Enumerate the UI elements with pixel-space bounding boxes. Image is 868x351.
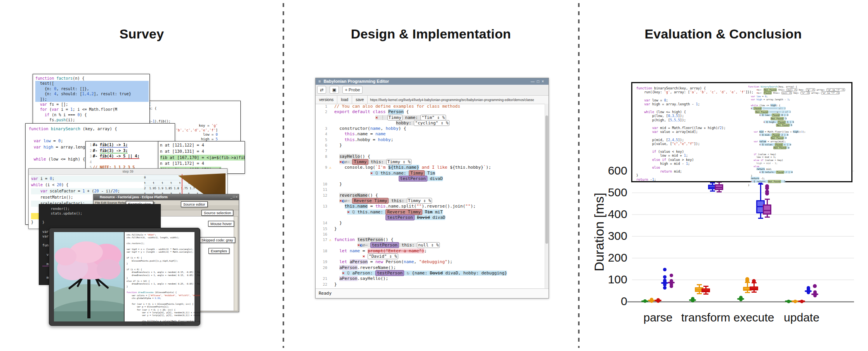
code-token: + (	[85, 189, 94, 193]
code-line: 20 aPerson.reverseName();	[316, 265, 545, 271]
code-line: 8 sayHello() {	[316, 154, 545, 159]
median-dash-green	[689, 299, 696, 301]
tab-load[interactable]: load	[337, 96, 352, 104]
code-line: 1#+ fib(1) -> 1;	[87, 142, 139, 148]
median-dash-red	[654, 300, 661, 301]
code-token: );	[470, 204, 476, 209]
code-token: Reverse Timmy	[385, 209, 422, 215]
code-token: hobby:	[396, 120, 414, 126]
code-token: let	[339, 259, 347, 264]
code-token	[347, 248, 350, 253]
code-token: mid	[759, 130, 764, 133]
code-token: var	[644, 98, 650, 102]
code-token: divaD	[430, 215, 445, 220]
code-token: key:	[797, 88, 806, 91]
code-token: this.name:	[380, 171, 409, 176]
code-line: return mid;	[636, 169, 749, 173]
code-token	[42, 225, 44, 229]
frame-icon-button[interactable]: ▣	[330, 86, 339, 94]
code-line: p(mid, [2,4,5]);	[636, 138, 749, 142]
code-token	[29, 157, 34, 161]
code-line	[748, 101, 851, 104]
code-line: 11	[316, 187, 545, 192]
code-token: fib(4) -> 5 || 4;	[100, 154, 139, 159]
code-line: × Q this.name: Timmy Tim	[316, 171, 545, 176]
code-token: 2 | 4	[780, 133, 788, 136]
code-token: this.name	[345, 204, 368, 209]
code-line	[748, 127, 851, 130]
code-token	[636, 98, 644, 102]
code-token: Not Found	[768, 180, 781, 183]
code-line: else if (i < 12) {	[127, 280, 200, 283]
code-token: = Math.floor((low +	[764, 130, 793, 133]
code-line	[636, 106, 749, 110]
code-token: drawBranches(i + 1, angle + random( 0.15…	[127, 274, 200, 276]
median-dash-orange	[648, 300, 655, 301]
code-token: else	[652, 166, 660, 169]
code-token: (low <= high) {	[654, 110, 686, 114]
code-line: × Q aPerson: testPerson ↻ {name: David d…	[316, 271, 545, 276]
code-token: factors	[56, 76, 73, 80]
tab-versions[interactable]: versions	[316, 96, 337, 104]
code-token: high = array.length -	[650, 102, 696, 106]
close-icon[interactable]: ×	[542, 79, 546, 84]
benchmark-code-screenshot: function binarySearch(key, array) { run(…	[631, 82, 852, 182]
code-line: 13 this.name = this.name.split("").rever…	[316, 204, 545, 209]
code-token: "#8b4"	[147, 234, 155, 236]
code-token: }	[334, 143, 342, 148]
code-token	[42, 280, 44, 284]
code-token: var	[644, 102, 650, 106]
code-token: `I'm	[375, 165, 388, 170]
code-line: × Found │───────── all 2	[748, 107, 851, 110]
code-line	[29, 132, 117, 138]
code-token: Not Found	[755, 110, 768, 114]
code-token: Not Found	[771, 117, 784, 120]
code-token: (value > key)	[765, 159, 783, 161]
menu-icon[interactable]: ≡	[316, 79, 323, 84]
code-token: (key, array) {	[80, 126, 117, 131]
code-token: ×	[339, 159, 342, 164]
code-token	[636, 102, 644, 106]
minimize-icon[interactable]: —	[531, 79, 537, 84]
tab-save[interactable]: save	[352, 96, 368, 104]
code-line: high = mid - 1;	[636, 162, 749, 166]
code-token: Q low:	[761, 114, 772, 116]
code-token: ;	[686, 154, 688, 157]
code-line: {n: 0, result: []},	[35, 86, 149, 91]
data-point-blue	[807, 286, 810, 290]
median-dash-green	[737, 298, 744, 300]
code-line: }	[127, 285, 200, 288]
code-token	[636, 126, 652, 130]
maximize-icon[interactable]: □	[537, 79, 542, 84]
code-token: = array[mid];	[766, 140, 786, 143]
median-dash-orange	[792, 300, 799, 302]
code-token: ctx.fillStyle =	[127, 234, 147, 236]
code-token: ctx.globalAlpha =	[127, 297, 155, 299]
code-token: -1	[781, 180, 785, 183]
code-line: else	[636, 166, 749, 169]
code-line: 21 aPerson.sayHello();	[316, 276, 545, 281]
code-token: ⋯	[365, 243, 370, 248]
code-line	[127, 300, 200, 302]
add-probe-button[interactable]: + Probe	[342, 86, 363, 94]
editor-scrollbar[interactable]	[545, 104, 549, 289]
file-url[interactable]: https://lively-kernel.org/lively4/lively…	[368, 96, 536, 104]
code-token: return	[636, 178, 648, 182]
code-token: Tim	[425, 171, 435, 176]
code-token	[35, 107, 40, 112]
swap-icon-button[interactable]: ⇄	[317, 86, 326, 94]
code-token: blossomPoints.push([x,y,tipX,tipY]);	[127, 260, 178, 262]
code-token: miT	[432, 210, 443, 215]
code-line: low = mid + 1;	[636, 154, 749, 157]
code-token: 0	[216, 133, 218, 136]
code-token: Found	[776, 171, 784, 174]
code-line: var x = lerp(p[0], p[2], random(0,1)) + …	[127, 311, 200, 314]
code-token: }	[334, 226, 337, 231]
scrollbar-thumb[interactable]	[545, 115, 548, 244]
editor-code-area[interactable]: 1 // You can also define examples for cl…	[316, 104, 545, 289]
code-token: / | 4	[784, 171, 793, 173]
code-token: "#f5caea", "#e8d9e4", "#f7c9f3", "#ebb4c…	[150, 294, 200, 297]
code-token	[636, 146, 638, 150]
code-token: var x = lerp(p[0], p[2], random(0,1)) + …	[127, 311, 200, 314]
data-point-blue	[663, 279, 667, 282]
